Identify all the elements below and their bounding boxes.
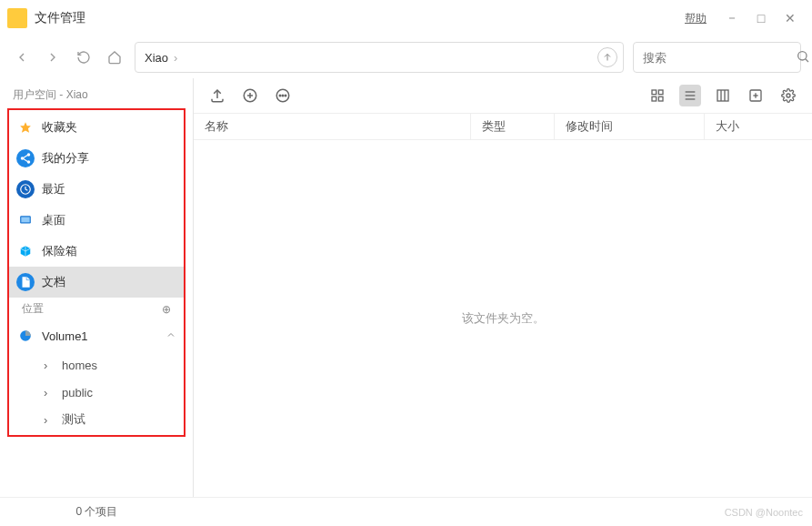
- forward-button[interactable]: [42, 46, 64, 68]
- back-button[interactable]: [11, 46, 33, 68]
- column-type[interactable]: 类型: [471, 114, 555, 139]
- sidebar-item-label: 最近: [42, 181, 65, 197]
- locations-label: 位置: [22, 301, 44, 317]
- sidebar-item-favorites[interactable]: 收藏夹: [9, 112, 184, 143]
- app-title: 文件管理: [35, 10, 85, 26]
- desktop-icon: [16, 211, 35, 229]
- home-button[interactable]: [104, 46, 125, 68]
- sidebar-subfolder[interactable]: ›public: [9, 379, 184, 406]
- subfolder-label: public: [62, 386, 93, 400]
- main-area: 用户空间 - Xiao 收藏夹 我的分享 最近 桌面 保险箱: [0, 78, 812, 497]
- chevron-right-icon: ›: [44, 386, 55, 400]
- sidebar-volume[interactable]: Volume1: [9, 320, 184, 351]
- svg-point-18: [279, 95, 281, 96]
- svg-rect-23: [652, 96, 657, 101]
- status-item-count: 0 个项目: [0, 504, 194, 520]
- column-headers: 名称 类型 修改时间 大小: [194, 113, 812, 140]
- sidebar-item-label: 桌面: [42, 212, 65, 228]
- columns-view-button[interactable]: [712, 85, 734, 106]
- document-icon: [16, 273, 35, 291]
- help-link[interactable]: 帮助: [685, 11, 707, 26]
- sidebar-item-safebox[interactable]: 保险箱: [9, 236, 184, 267]
- sidebar-item-label: 收藏夹: [42, 119, 77, 136]
- svg-line-8: [24, 159, 28, 162]
- upload-button[interactable]: [206, 85, 228, 106]
- close-button[interactable]: ✕: [776, 4, 805, 33]
- add-location-button[interactable]: ⊕: [162, 303, 171, 316]
- user-space-label: 用户空间 - Xiao: [13, 87, 88, 103]
- search-icon: [796, 49, 810, 66]
- breadcrumb-item[interactable]: Xiao: [145, 51, 168, 65]
- svg-point-1: [798, 51, 807, 59]
- sidebar-item-label: 我的分享: [42, 150, 89, 167]
- cube-icon: [16, 242, 35, 260]
- svg-rect-21: [652, 90, 657, 95]
- subfolder-label: 测试: [62, 411, 85, 428]
- sidebar-subfolder[interactable]: ›测试: [9, 406, 184, 433]
- chevron-up-icon[interactable]: [165, 329, 176, 343]
- sidebar-item-shares[interactable]: 我的分享: [9, 143, 184, 174]
- clock-icon: [16, 180, 35, 198]
- svg-rect-11: [21, 217, 29, 223]
- svg-marker-3: [20, 122, 31, 133]
- svg-point-34: [787, 94, 790, 97]
- sidebar-item-desktop[interactable]: 桌面: [9, 205, 184, 236]
- volume-icon: [16, 327, 35, 345]
- column-name[interactable]: 名称: [194, 114, 471, 139]
- new-button[interactable]: [239, 85, 261, 106]
- subfolder-label: homes: [62, 359, 97, 372]
- add-panel-button[interactable]: [745, 85, 767, 106]
- search-box[interactable]: [633, 42, 801, 73]
- refresh-button[interactable]: [73, 46, 95, 68]
- more-button[interactable]: [272, 85, 294, 106]
- search-input[interactable]: [643, 51, 796, 65]
- breadcrumb[interactable]: Xiao ›: [135, 42, 624, 73]
- chevron-right-icon: ›: [44, 359, 55, 372]
- app-folder-icon: [7, 8, 27, 28]
- highlight-annotation: 收藏夹 我的分享 最近 桌面 保险箱 文档 位: [7, 108, 185, 437]
- sidebar-item-label: 保险箱: [42, 243, 77, 259]
- empty-folder-message: 该文件夹为空。: [194, 140, 812, 497]
- grid-view-button[interactable]: [647, 85, 668, 106]
- user-space-header: 用户空间 - Xiao: [0, 84, 193, 106]
- column-size[interactable]: 大小: [705, 114, 812, 139]
- sidebar: 用户空间 - Xiao 收藏夹 我的分享 最近 桌面 保险箱: [0, 78, 194, 497]
- sidebar-subfolder[interactable]: ›homes: [9, 351, 184, 379]
- svg-point-19: [282, 95, 284, 96]
- locations-header: 位置 ⊕: [9, 298, 184, 320]
- content-pane: 名称 类型 修改时间 大小 该文件夹为空。: [194, 78, 812, 497]
- sidebar-item-documents[interactable]: 文档: [9, 267, 184, 298]
- volume-label: Volume1: [42, 329, 88, 343]
- svg-point-20: [285, 95, 286, 96]
- maximize-button[interactable]: □: [747, 4, 776, 33]
- statusbar: 0 个项目 CSDN @Noontec: [0, 497, 812, 526]
- chevron-right-icon: ›: [174, 51, 177, 65]
- sidebar-item-recent[interactable]: 最近: [9, 174, 184, 205]
- list-view-button[interactable]: [679, 85, 701, 106]
- settings-button[interactable]: [777, 85, 799, 106]
- titlebar: 文件管理 帮助 － □ ✕: [0, 0, 812, 36]
- watermark: CSDN @Noontec: [725, 507, 803, 518]
- column-mtime[interactable]: 修改时间: [555, 114, 705, 139]
- svg-rect-22: [658, 90, 663, 95]
- share-icon: [16, 149, 35, 167]
- svg-rect-24: [658, 96, 663, 101]
- content-toolbar: [194, 78, 812, 113]
- star-icon: [16, 118, 35, 137]
- svg-line-7: [24, 156, 28, 158]
- minimize-button[interactable]: －: [717, 4, 747, 33]
- chevron-right-icon: ›: [44, 413, 55, 427]
- sidebar-item-label: 文档: [42, 274, 65, 290]
- go-button[interactable]: [597, 47, 617, 67]
- navbar: Xiao ›: [0, 36, 812, 78]
- svg-rect-28: [717, 90, 728, 101]
- svg-line-2: [806, 58, 808, 61]
